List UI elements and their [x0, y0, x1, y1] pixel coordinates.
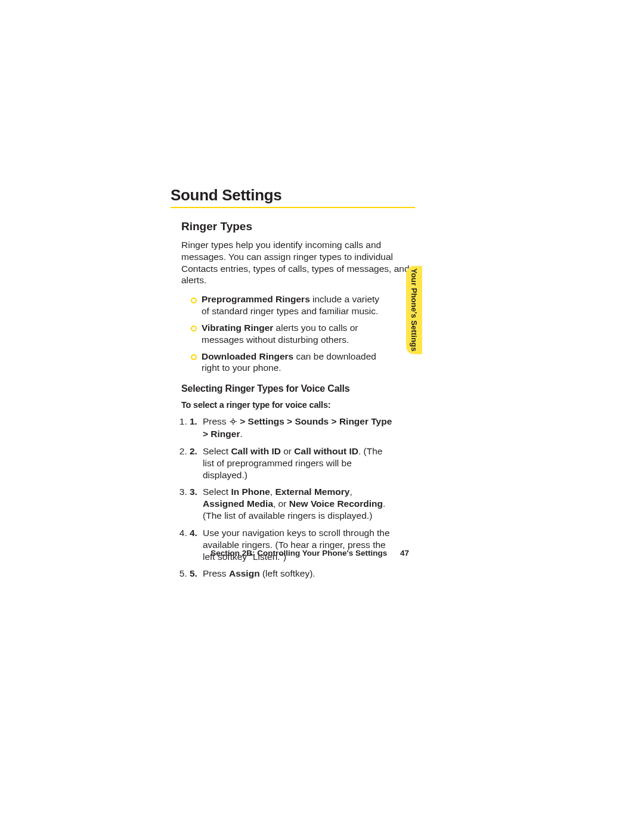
svg-point-1	[233, 419, 234, 420]
bullet-bold: Preprogrammed Ringers	[202, 294, 310, 304]
page-number: 47	[400, 549, 409, 558]
step-item: 3. Select In Phone, External Memory, Ass…	[190, 486, 392, 521]
procedure-heading: To select a ringer type for voice calls:	[181, 400, 415, 410]
step-text: , or	[273, 498, 289, 509]
footer-section-title: Section 2B: Controlling Your Phone's Set…	[210, 549, 387, 558]
step-text: Select	[203, 446, 231, 456]
step-bold: Call without ID	[294, 446, 358, 456]
intro-paragraph: Ringer types help you identify incoming …	[181, 239, 415, 286]
step-number: 1.	[190, 416, 197, 428]
step-text: ,	[349, 487, 352, 497]
step-text: Press	[203, 416, 229, 426]
page-footer: Section 2B: Controlling Your Phone's Set…	[171, 549, 409, 558]
bullet-list: Preprogrammed Ringers include a variety …	[190, 293, 415, 374]
svg-point-3	[230, 421, 231, 422]
svg-point-4	[236, 421, 237, 422]
nav-key-icon	[230, 416, 237, 428]
bullet-bold: Downloaded Ringers	[202, 351, 293, 361]
step-text: Press	[203, 568, 229, 578]
step-bold: Assign	[229, 568, 260, 578]
list-item: Downloaded Ringers can be downloaded rig…	[190, 351, 386, 374]
side-tab: Your Phone's Settings	[406, 266, 422, 354]
step-text: (left softkey).	[260, 568, 315, 578]
list-item: Vibrating Ringer alerts you to calls or …	[190, 322, 386, 346]
step-text: or	[281, 446, 294, 456]
step-item: 1. Press > Settings > Sounds > Ringer Ty…	[190, 416, 392, 440]
list-item: Preprogrammed Ringers include a variety …	[190, 293, 386, 317]
svg-point-2	[233, 424, 234, 425]
step-bold: In Phone	[231, 487, 270, 497]
bullet-bold: Vibrating Ringer	[202, 323, 273, 333]
section-heading: Ringer Types	[181, 220, 415, 233]
step-text: Select	[203, 487, 231, 497]
page-content: Sound Settings Ringer Types Ringer types…	[171, 186, 415, 585]
svg-point-0	[232, 420, 235, 423]
step-number: 2.	[190, 445, 197, 457]
step-bold: External Memory	[275, 487, 349, 497]
step-bold: New Voice Recording	[289, 498, 383, 509]
page-title: Sound Settings	[171, 186, 415, 208]
side-tab-label: Your Phone's Settings	[410, 268, 419, 351]
step-text: .	[240, 429, 242, 439]
step-bold: Assigned Media	[203, 498, 273, 509]
step-bold: Call with ID	[231, 446, 281, 456]
step-item: 5. Press Assign (left softkey).	[190, 568, 392, 580]
step-item: 2. Select Call with ID or Call without I…	[190, 445, 392, 481]
step-number: 4.	[190, 527, 197, 539]
step-number: 5.	[190, 568, 197, 580]
subsection-heading: Selecting Ringer Types for Voice Calls	[181, 383, 415, 394]
step-number: 3.	[190, 486, 197, 498]
